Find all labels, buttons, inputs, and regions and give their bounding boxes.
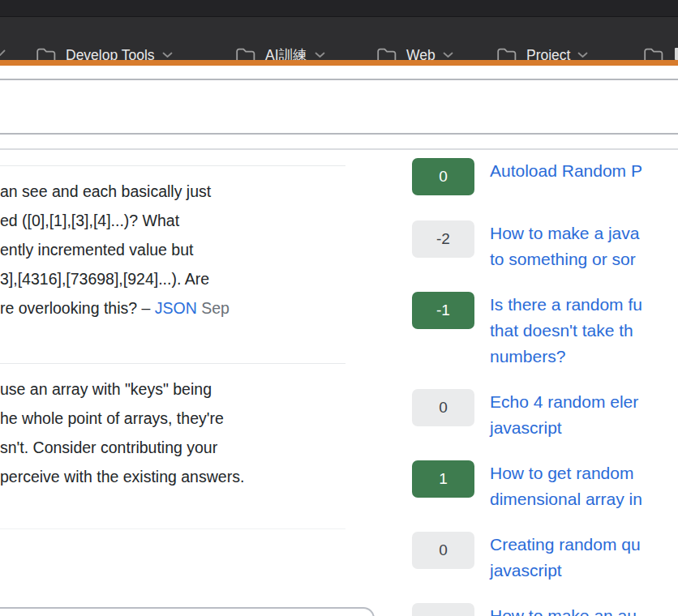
comment: an see and each basically just ed ([0],[… [0, 165, 345, 323]
vote-count-badge: 0 [412, 158, 474, 195]
related-question-row[interactable]: -2 How to make a java to something or so… [412, 220, 639, 272]
related-question-row[interactable]: 0 Autoload Random P [412, 158, 642, 195]
comment-text: use an array with "keys" being [0, 374, 345, 404]
question-link[interactable]: How to get random dimensional array in [490, 460, 642, 512]
comment-text: an see and each basically just [0, 177, 345, 206]
vote-count-badge: 1 [412, 460, 474, 498]
comment-author-link[interactable]: JSON [155, 299, 197, 317]
add-comment-input[interactable] [0, 607, 375, 616]
question-link[interactable]: How to make an au [490, 603, 637, 616]
comment-text: 3],[4316],[73698],[924]...). Are [0, 264, 345, 293]
browser-window: Develop Tools AI訓練 Web [0, 0, 678, 616]
question-link[interactable]: Autoload Random P [490, 158, 642, 184]
related-question-row[interactable]: -1 Is there a random fu that doesn't tak… [412, 292, 642, 370]
related-questions-sidebar: 0 Autoload Random P -2 How to make a jav… [412, 0, 678, 616]
chevron-down-icon[interactable] [0, 49, 6, 57]
question-link[interactable]: Creating random qu javascript [490, 532, 641, 584]
comment-text: re overlooking this? – JSON Sep [0, 293, 345, 323]
question-link[interactable]: Echo 4 random eler javascript [490, 389, 638, 441]
comment-text: ed ([0],[1],[3],[4]...)? What [0, 206, 345, 235]
comment: use an array with "keys" being he whole … [0, 363, 345, 491]
related-question-row[interactable]: 0 Echo 4 random eler javascript [412, 389, 638, 441]
divider [0, 528, 345, 529]
comment-text: perceive with the existing answers. [0, 462, 345, 491]
question-link[interactable]: Is there a random fu that doesn't take t… [490, 292, 642, 370]
comment-text: he whole point of arrays, they're [0, 404, 345, 433]
vote-count-badge: -2 [412, 220, 474, 258]
comment-text: sn't. Consider contributing your [0, 433, 345, 462]
related-question-row[interactable]: 0 Creating random qu javascript [412, 532, 641, 584]
related-question-row[interactable]: 5 How to make an au [412, 603, 637, 616]
chevron-down-icon [315, 52, 325, 58]
comment-text-tail: re overlooking this? – [0, 299, 155, 317]
comment-date: Sep [201, 299, 230, 317]
vote-count-badge: -1 [412, 292, 474, 329]
comment-text: ently incremented value but [0, 235, 345, 264]
vote-count-badge: 0 [412, 389, 474, 426]
chevron-down-icon [162, 52, 173, 58]
question-link[interactable]: How to make a java to something or sor [490, 220, 639, 272]
vote-count-badge: 0 [412, 532, 474, 569]
vote-count-badge: 5 [412, 603, 474, 616]
related-question-row[interactable]: 1 How to get random dimensional array in [412, 460, 642, 512]
